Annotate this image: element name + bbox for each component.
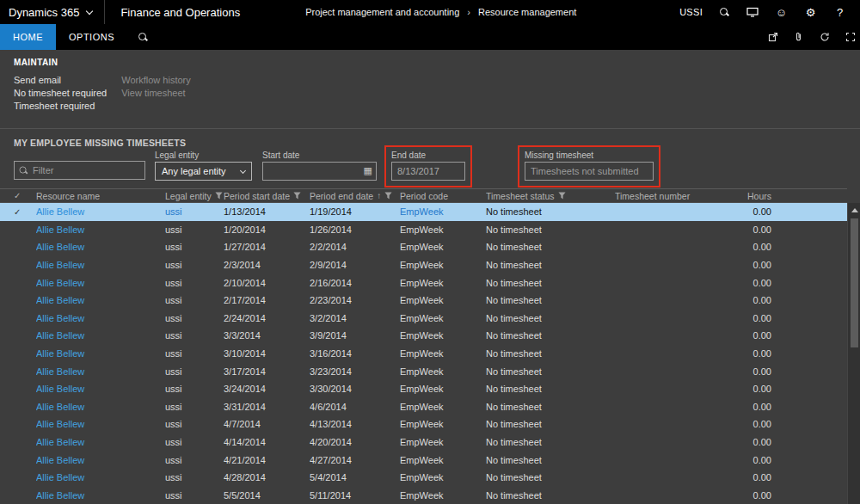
resource-name-link[interactable]: Allie Bellew — [36, 313, 165, 323]
breadcrumb-parent[interactable]: Project management and accounting — [305, 7, 459, 17]
table-row[interactable]: Allie Bellewussi4/7/20144/13/2014EmpWeek… — [0, 415, 847, 433]
table-row[interactable]: Allie Bellewussi2/24/20143/2/2014EmpWeek… — [0, 310, 847, 328]
timesheet-required-button[interactable]: Timesheet required — [14, 100, 107, 113]
cell-period-code: EmpWeek — [400, 384, 486, 394]
scrollbar-thumb[interactable] — [851, 218, 858, 347]
resource-name-link[interactable]: Allie Bellew — [36, 348, 165, 359]
cell-period-end-date: 1/19/2014 — [310, 206, 400, 217]
resource-name-link[interactable]: Allie Bellew — [36, 366, 165, 377]
table-row[interactable]: Allie Bellewussi4/14/20144/20/2014EmpWee… — [0, 433, 847, 452]
column-header-period-start-date[interactable]: Period start date — [224, 191, 310, 201]
view-timesheet-button: View timesheet — [121, 87, 190, 100]
cell-legal-entity: ussi — [165, 348, 224, 359]
cell-timesheet-status: No timesheet — [486, 455, 615, 465]
legal-entity-value: Any legal entity — [162, 166, 226, 176]
resource-name-link[interactable]: Allie Bellew — [36, 419, 165, 429]
column-label: Hours — [747, 191, 771, 201]
no-timesheet-required-button[interactable]: No timesheet required — [14, 87, 107, 100]
refresh-icon[interactable] — [818, 31, 831, 44]
cell-period-start-date: 3/17/2014 — [224, 366, 310, 377]
actionbar-search-icon[interactable] — [138, 32, 148, 42]
cell-period-start-date: 4/21/2014 — [224, 455, 310, 465]
resource-name-link[interactable]: Allie Bellew — [36, 437, 165, 447]
table-row[interactable]: Allie Bellewussi3/17/20143/23/2014EmpWee… — [0, 362, 847, 380]
column-header-period-end-date[interactable]: Period end date↑ — [310, 191, 400, 201]
vertical-scrollbar[interactable] — [847, 203, 860, 504]
cell-hours: 0.00 — [727, 206, 778, 217]
cell-hours: 0.00 — [727, 330, 778, 341]
dynamics-365-menu[interactable]: Dynamics 365 — [0, 0, 104, 24]
scroll-up-arrow-icon[interactable] — [851, 208, 858, 212]
resource-name-link[interactable]: Allie Bellew — [36, 490, 165, 501]
table-row[interactable]: Allie Bellewussi1/20/20141/26/2014EmpWee… — [0, 221, 847, 239]
cell-period-code: EmpWeek — [400, 224, 486, 235]
resource-name-link[interactable]: Allie Bellew — [36, 260, 165, 270]
cell-period-end-date: 5/11/2014 — [310, 490, 400, 501]
table-row[interactable]: Allie Bellewussi4/21/20144/27/2014EmpWee… — [0, 451, 847, 469]
cell-timesheet-status: No timesheet — [486, 472, 615, 482]
table-row[interactable]: ✓Allie Bellewussi1/13/20141/19/2014EmpWe… — [0, 203, 847, 221]
cell-period-start-date: 1/20/2014 — [224, 224, 310, 235]
calendar-icon[interactable]: ▦ — [364, 165, 372, 176]
resource-name-link[interactable]: Allie Bellew — [36, 242, 165, 252]
column-header-resource-name[interactable]: Resource name — [36, 191, 165, 201]
resource-name-link[interactable]: Allie Bellew — [36, 224, 165, 235]
start-date-input[interactable] — [262, 162, 377, 181]
expand-window-icon[interactable] — [844, 31, 857, 44]
cell-legal-entity: ussi — [165, 490, 224, 501]
filter-funnel-icon[interactable] — [215, 192, 223, 200]
column-header-period-code[interactable]: Period code — [400, 191, 486, 201]
table-row[interactable]: Allie Bellewussi3/3/20143/9/2014EmpWeekN… — [0, 327, 847, 345]
select-all-checkmark[interactable]: ✓ — [14, 191, 36, 200]
app-name[interactable]: Finance and Operations — [105, 6, 255, 19]
filter-funnel-icon[interactable] — [384, 192, 392, 200]
column-header-timesheet-number[interactable]: Timesheet number — [615, 191, 727, 201]
filter-funnel-icon[interactable] — [293, 192, 301, 200]
cell-period-end-date: 2/23/2014 — [310, 295, 400, 305]
resource-name-link[interactable]: Allie Bellew — [36, 455, 165, 465]
feedback-screen-icon[interactable] — [746, 6, 759, 19]
table-row[interactable]: Allie Bellewussi5/5/20145/11/2014EmpWeek… — [0, 487, 847, 504]
quick-filter-input[interactable] — [14, 161, 145, 180]
cell-period-end-date: 5/4/2014 — [310, 472, 400, 482]
open-in-office-icon[interactable] — [766, 31, 779, 44]
resource-name-link[interactable]: Allie Bellew — [36, 384, 165, 394]
column-header-legal-entity[interactable]: Legal entity — [165, 191, 224, 201]
tab-home[interactable]: HOME — [0, 24, 56, 50]
cell-period-start-date: 1/13/2014 — [224, 206, 310, 217]
attachments-paperclip-icon[interactable] — [792, 31, 805, 44]
resource-name-link[interactable]: Allie Bellew — [36, 206, 165, 217]
cell-hours: 0.00 — [727, 348, 778, 359]
table-row[interactable]: Allie Bellewussi4/28/20145/4/2014EmpWeek… — [0, 469, 847, 487]
cell-period-end-date: 4/27/2014 — [310, 455, 400, 465]
search-icon[interactable] — [719, 7, 729, 17]
smiley-feedback-icon[interactable]: ☺ — [775, 6, 788, 19]
send-email-button[interactable]: Send email — [14, 74, 107, 87]
cell-period-code: EmpWeek — [400, 206, 486, 217]
resource-name-link[interactable]: Allie Bellew — [36, 295, 165, 305]
legal-entity-select[interactable]: Any legal entity — [155, 162, 252, 181]
table-row[interactable]: Allie Bellewussi3/10/20143/16/2014EmpWee… — [0, 345, 847, 363]
resource-name-link[interactable]: Allie Bellew — [36, 402, 165, 412]
filter-funnel-icon[interactable] — [558, 192, 566, 200]
company-picker[interactable]: USSI — [679, 7, 703, 17]
help-icon[interactable]: ? — [833, 6, 846, 19]
column-header-timesheet-status[interactable]: Timesheet status — [486, 191, 615, 201]
table-row[interactable]: Allie Bellewussi3/31/20144/6/2014EmpWeek… — [0, 398, 847, 416]
cell-hours: 0.00 — [727, 278, 778, 288]
settings-gear-icon[interactable]: ⚙ — [804, 6, 817, 19]
resource-name-link[interactable]: Allie Bellew — [36, 278, 165, 288]
column-header-hours[interactable]: Hours — [727, 191, 778, 201]
missing-timesheet-input[interactable] — [525, 162, 654, 181]
table-row[interactable]: Allie Bellewussi3/24/20143/30/2014EmpWee… — [0, 380, 847, 398]
resource-name-link[interactable]: Allie Bellew — [36, 330, 165, 341]
table-row[interactable]: Allie Bellewussi2/10/20142/16/2014EmpWee… — [0, 274, 847, 292]
tab-options[interactable]: OPTIONS — [56, 24, 127, 50]
end-date-input[interactable] — [391, 162, 465, 181]
table-row[interactable]: Allie Bellewussi2/17/20142/23/2014EmpWee… — [0, 292, 847, 310]
cell-legal-entity: ussi — [165, 402, 224, 412]
table-row[interactable]: Allie Bellewussi2/3/20142/9/2014EmpWeekN… — [0, 256, 847, 274]
resource-name-link[interactable]: Allie Bellew — [36, 472, 165, 482]
brand-label: Dynamics 365 — [9, 6, 79, 19]
table-row[interactable]: Allie Bellewussi1/27/20142/2/2014EmpWeek… — [0, 238, 847, 256]
